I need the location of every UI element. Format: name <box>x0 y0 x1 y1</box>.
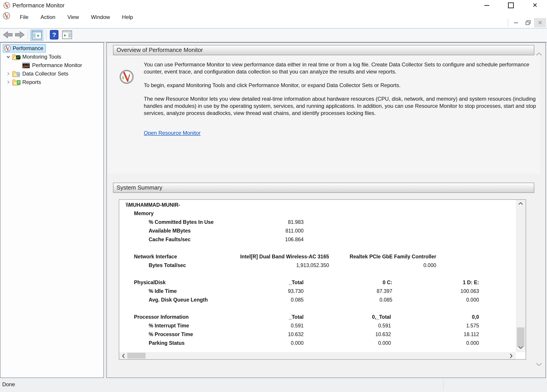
pane-scroll-down-icon[interactable] <box>535 362 543 368</box>
counter-value: 100.063 <box>460 287 479 296</box>
menu-item-action[interactable]: Action <box>34 13 62 22</box>
sidebar-item-performance-monitor[interactable]: Performance Monitor <box>0 61 103 69</box>
counter-value: 93.730 <box>288 287 304 296</box>
overview-paragraph-3: The new Resource Monitor lets you view d… <box>144 95 537 117</box>
tree-item-label: Monitoring Tools <box>22 54 61 60</box>
back-button[interactable] <box>3 31 13 40</box>
show-hide-action-pane-button[interactable] <box>62 30 72 40</box>
counter-value: 81.983 <box>288 218 304 226</box>
show-hide-console-tree-icon <box>32 31 42 40</box>
counter-label: Available MBytes <box>149 226 191 235</box>
counter-value: 10.632 <box>288 330 304 339</box>
counter-label: Parking Status <box>149 339 185 347</box>
system-summary-report: \\MUHAMMAD-MUNIR-Memory% Committed Bytes… <box>119 199 526 360</box>
counter-label: Cache Faults/sec <box>149 235 191 244</box>
sidebar-item-performance[interactable]: Performance <box>0 44 103 53</box>
counter-label: % Interrupt Time <box>149 321 189 330</box>
status-bar-divider <box>443 379 444 391</box>
mdi-restore-button[interactable] <box>522 18 534 27</box>
tree-item-label: Data Collector Sets <box>22 71 68 77</box>
sidebar-item-reports[interactable]: Reports <box>0 78 103 86</box>
perfmon-menu-icon <box>3 12 10 20</box>
pane-scroll-up-icon[interactable] <box>535 52 543 58</box>
open-resource-monitor-link[interactable]: Open Resource Monitor <box>144 130 201 136</box>
console-tree: Performance Monitoring Tools Performance… <box>0 44 103 86</box>
vertical-scrollbar-thumb[interactable] <box>517 327 525 347</box>
maximize-button[interactable] <box>499 0 523 11</box>
scroll-up-icon[interactable] <box>518 202 524 206</box>
system-summary-section-header: System Summary <box>113 183 534 193</box>
counter-label: Bytes Total/sec <box>149 261 186 270</box>
counter-value: 811.000 <box>286 226 304 235</box>
forward-button[interactable] <box>15 31 25 40</box>
counter-label: Avg. Disk Queue Length <box>149 296 208 304</box>
tree-item-label: Performance <box>13 45 43 52</box>
counter-label: % Committed Bytes In Use <box>149 218 213 226</box>
counter-value: 87.397 <box>377 287 392 296</box>
mdi-minimize-icon <box>514 22 518 23</box>
status-text: Done <box>2 381 15 388</box>
close-button[interactable]: ✕ <box>523 0 547 11</box>
sidebar-item-data-collector-sets[interactable]: Data Collector Sets <box>0 69 103 78</box>
instance-column-header: 0 C: <box>383 278 392 287</box>
overview-paragraph-2: To begin, expand Monitoring Tools and cl… <box>144 82 537 89</box>
mdi-close-button[interactable]: ✕ <box>534 18 546 27</box>
scroll-right-icon[interactable] <box>509 353 513 360</box>
scroll-down-icon[interactable] <box>518 345 524 350</box>
scroll-left-icon[interactable] <box>122 353 125 360</box>
tree-expander-collapsed-icon[interactable] <box>4 71 12 76</box>
mdi-separator <box>508 18 508 27</box>
counter-value: 106.864 <box>285 235 304 244</box>
window-title: Performance Monitor <box>13 2 64 9</box>
tree-expander-expanded-icon[interactable] <box>4 54 12 59</box>
title-bar: Performance Monitor ✕ <box>0 0 547 11</box>
tree-item-label: Performance Monitor <box>32 62 82 68</box>
counter-row: % Committed Bytes In Use81.983 <box>119 218 515 226</box>
menu-items: FileActionViewWindowHelp <box>14 13 139 22</box>
performance-monitor-window: Performance Monitor ✕ FileActionViewWind… <box>0 0 547 392</box>
back-icon <box>3 31 13 39</box>
mdi-minimize-button[interactable] <box>510 18 522 27</box>
minimize-button[interactable] <box>475 0 499 11</box>
status-bar: Done <box>0 378 547 392</box>
menu-bar: FileActionViewWindowHelp ✕ <box>0 11 547 28</box>
tree-expander-collapsed-icon[interactable] <box>4 80 12 85</box>
summary-horizontal-scrollbar[interactable] <box>119 352 516 359</box>
close-icon: ✕ <box>532 2 537 8</box>
counter-row: % Idle Time93.73087.397100.063 <box>119 287 515 296</box>
toolbar-separator <box>28 30 28 40</box>
sidebar-item-monitoring-tools[interactable]: Monitoring Tools <box>0 53 103 61</box>
counter-value: 1.575 <box>466 321 479 330</box>
counter-value: 0.591 <box>378 321 391 330</box>
forward-icon <box>15 31 25 39</box>
counter-row: % Processor Time10.63210.63218.112 <box>119 330 515 339</box>
overview-section-header: Overview of Performance Monitor <box>113 45 534 55</box>
instance-column-header: 0,0 <box>472 313 479 321</box>
perfmon-logo-icon <box>119 69 134 85</box>
show-hide-console-tree-button[interactable] <box>30 30 43 41</box>
mdi-window-controls: ✕ <box>508 18 546 28</box>
counter-label: PhysicalDisk <box>134 278 166 287</box>
tree-selection-highlight: Performance <box>3 44 46 53</box>
counter-row: Avg. Disk Queue Length0.0850.0850.000 <box>119 296 515 304</box>
perfmon-app-icon <box>3 2 10 10</box>
counter-value: 0.000 <box>466 339 479 347</box>
show-hide-action-pane-icon <box>62 30 72 39</box>
menu-item-file[interactable]: File <box>14 13 34 22</box>
counter-value: 0.000 <box>423 261 436 270</box>
computer-name: \\MUHAMMAD-MUNIR- <box>126 201 180 209</box>
folder-data-icon <box>12 70 20 77</box>
menu-item-view[interactable]: View <box>61 13 85 22</box>
minimize-icon <box>484 5 489 6</box>
counter-row: Bytes Total/sec1,913,052.3500.000 <box>119 261 515 270</box>
summary-vertical-scrollbar[interactable] <box>516 200 526 352</box>
menu-item-help[interactable]: Help <box>116 13 139 22</box>
help-button[interactable]: ? <box>49 30 59 40</box>
counter-row: % Interrupt Time0.5910.5911.575 <box>119 321 515 330</box>
details-pane: Overview of Performance Monitor You can … <box>106 42 546 378</box>
counter-group-row: PhysicalDisk_Total0 C:1 D: E: <box>119 278 515 287</box>
horizontal-scrollbar-thumb[interactable] <box>127 353 146 359</box>
instance-column-header: 0,_Total <box>372 313 391 321</box>
toolbar-separator <box>46 30 46 40</box>
menu-item-window[interactable]: Window <box>85 13 116 22</box>
